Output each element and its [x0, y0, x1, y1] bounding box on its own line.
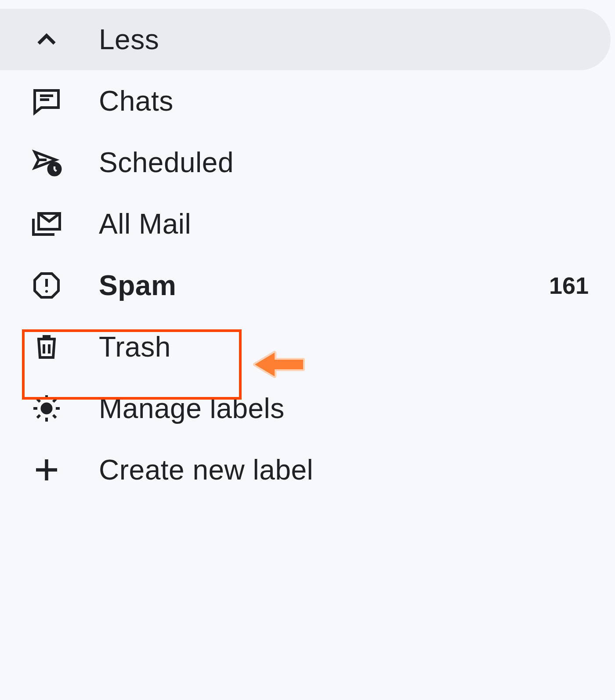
svg-point-12 [42, 404, 51, 413]
all-mail-icon [31, 208, 99, 240]
sidebar-item-create-label[interactable]: Create new label [0, 439, 615, 501]
sidebar-item-label: Scheduled [99, 146, 589, 179]
sidebar-item-label: Spam [99, 269, 549, 302]
gear-icon [31, 393, 99, 424]
trash-icon [31, 331, 99, 363]
sidebar-item-less[interactable]: Less [0, 9, 611, 70]
sidebar-item-manage-labels[interactable]: Manage labels [0, 378, 615, 439]
sidebar-item-label: Less [99, 23, 584, 56]
svg-point-9 [45, 290, 48, 293]
sidebar: Less Chats Scheduled All Mail Spam 161 T… [0, 0, 615, 501]
sidebar-item-label: Chats [99, 85, 589, 117]
spam-count: 161 [549, 272, 589, 299]
sidebar-item-label: All Mail [99, 208, 589, 240]
svg-line-5 [54, 170, 57, 171]
sidebar-item-label: Manage labels [99, 392, 589, 425]
sidebar-item-all-mail[interactable]: All Mail [0, 193, 615, 255]
scheduled-icon [31, 147, 99, 178]
sidebar-item-label: Trash [99, 331, 589, 363]
chevron-up-icon [31, 24, 99, 55]
sidebar-item-scheduled[interactable]: Scheduled [0, 132, 615, 193]
sidebar-item-trash[interactable]: Trash [0, 316, 615, 378]
spam-icon [31, 270, 99, 301]
sidebar-item-spam[interactable]: Spam 161 [0, 255, 615, 316]
chats-icon [31, 85, 99, 117]
sidebar-item-chats[interactable]: Chats [0, 70, 615, 132]
sidebar-item-label: Create new label [99, 454, 589, 486]
plus-icon [31, 454, 99, 486]
